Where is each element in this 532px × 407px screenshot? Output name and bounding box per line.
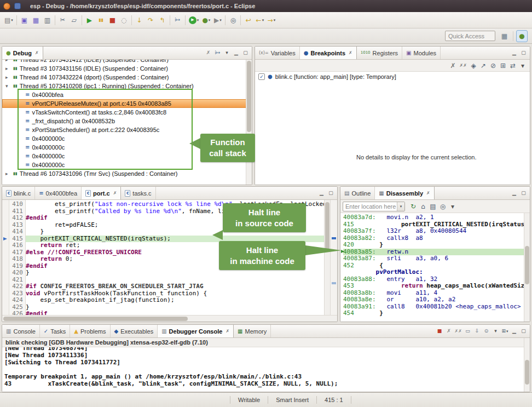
overview-ruler[interactable] (330, 200, 337, 315)
maximize-button[interactable]: ▢ (326, 188, 336, 198)
tab-problems[interactable]: ▲Problems (70, 325, 110, 337)
instruction-stepping-mode-button[interactable]: i↦ (213, 48, 222, 58)
link-with-debug-view-button[interactable]: ⇄ (508, 61, 518, 71)
tab-modules[interactable]: ▣Modules (402, 47, 441, 59)
debug-thread-row[interactable]: ▾▮▮Thread #5 1073410208 (ipc1 : Running)… (2, 82, 252, 90)
ruler-slot[interactable] (2, 256, 9, 263)
ruler-slot[interactable] (2, 208, 9, 215)
scrollbar-thumb[interactable] (525, 246, 529, 284)
clear-console-button[interactable]: ▭ (463, 326, 472, 336)
sync-with-active-context-button[interactable]: ◎ (438, 202, 448, 211)
dropdown-arrow-icon[interactable]: ▾ (274, 18, 276, 22)
external-tools-button[interactable]: ▶▾ (212, 14, 223, 26)
instruction-stepping-button[interactable]: i↦ (172, 14, 183, 26)
console-scrollbar[interactable] (524, 338, 530, 392)
dropdown-arrow-icon[interactable]: ▾ (11, 18, 13, 22)
breakpoint-item[interactable]: ✓ ● blink.c [function: app_main] [type: … (255, 72, 530, 82)
disassembly-lines[interactable]: 40083a7d: movi.n a2, 1415 portEXIT_CRITI… (340, 213, 524, 322)
tab-console[interactable]: ▥Console (2, 325, 40, 337)
overview-mark[interactable] (332, 282, 336, 284)
scrollbar-thumb[interactable] (325, 202, 329, 251)
ruler-slot[interactable] (2, 222, 9, 229)
tab-disassembly[interactable]: ▦Disassembly✗ (375, 187, 434, 199)
tab-0x4000bfea[interactable]: ≡0x4000bfea (35, 187, 82, 199)
tab-blink-c[interactable]: cblink.c (2, 187, 35, 199)
tree-expander-icon[interactable]: ▸ (5, 171, 11, 176)
remove-launch-button[interactable]: ✗ (444, 326, 454, 336)
debug-stack-frame-row[interactable]: ≡_frxt_dispatch() at 0x4008532b (2, 117, 252, 125)
remove-breakpoint-button[interactable]: ✗ (448, 61, 458, 71)
tab-executables[interactable]: ◆Executables (111, 325, 158, 337)
dropdown-arrow-icon[interactable]: ▾ (209, 18, 211, 22)
debug-thread-row[interactable]: ▸▮▮Thread #6 1073431096 (Tmr Svc) (Suspe… (2, 169, 252, 178)
editor-hscrollbar[interactable] (2, 315, 337, 322)
open-console-button[interactable]: ⊞▾ (500, 326, 510, 336)
tree-expander-icon[interactable]: ▸ (5, 74, 11, 80)
terminate-button[interactable]: ■ (107, 14, 118, 26)
dropdown-arrow-icon[interactable]: ▾ (506, 329, 508, 334)
remove-all-terminated-button[interactable]: ✗ (204, 48, 213, 58)
build-button[interactable]: ✂ (57, 14, 68, 26)
breakpoint-checkbox[interactable]: ✓ (258, 73, 265, 80)
location-input[interactable]: Enter location here ▾ (343, 202, 405, 211)
scrollbar-thumb[interactable] (525, 360, 529, 385)
tree-expander-icon[interactable]: ▸ (5, 60, 11, 62)
dropdown-arrow-icon[interactable]: ▾ (219, 18, 222, 22)
view-menu-button[interactable]: ▾ (222, 48, 232, 58)
ruler-slot[interactable] (2, 201, 9, 208)
quick-access-input[interactable]: Quick Access (445, 31, 495, 41)
go-to-file-button[interactable]: ↗ (478, 61, 488, 71)
ruler-slot[interactable] (2, 236, 9, 243)
new-cpp-file-button[interactable]: ▱ (68, 14, 80, 26)
view-menu-button[interactable]: ▾ (448, 202, 458, 211)
save-button[interactable]: ▣ (19, 14, 30, 26)
ruler-slot[interactable] (2, 242, 9, 249)
terminate-console-button[interactable]: ■ (435, 326, 444, 336)
code-line[interactable]: } (26, 270, 324, 277)
step-over-button[interactable]: ↷ (145, 14, 157, 26)
tab-registers[interactable]: 1010Registers (357, 47, 402, 59)
pin-console-button[interactable]: ⊙ (482, 326, 491, 336)
open-perspective-button[interactable]: ▦ (499, 30, 510, 42)
editor-scrollbar[interactable] (324, 200, 330, 315)
suspend-button[interactable]: ▮▮ (95, 14, 107, 26)
home-button[interactable]: ⌂ (418, 202, 428, 211)
tab-close-icon[interactable]: ✗ (35, 50, 39, 55)
search-button[interactable]: ◎ (227, 14, 239, 26)
step-return-button[interactable]: ↰ (157, 14, 168, 26)
show-source-button[interactable]: ▤ (428, 202, 438, 211)
scrollbar-thumb[interactable] (247, 61, 251, 132)
forward-button[interactable]: →▾ (265, 14, 277, 26)
combo-dropdown-icon[interactable]: ▾ (397, 202, 404, 211)
remove-all-launches-button[interactable]: ✗✗ (454, 326, 463, 336)
scrollbar-thumb[interactable] (3, 317, 188, 321)
tab-close-icon[interactable]: ✗ (349, 50, 352, 55)
maximize-button[interactable]: ▢ (241, 48, 250, 58)
ruler-slot[interactable] (2, 249, 9, 256)
tab-debugger-console[interactable]: ▥Debugger Console✗ (158, 325, 234, 337)
debug-scrollbar[interactable] (246, 60, 252, 185)
expand-all-button[interactable]: ⊞ (498, 61, 508, 71)
minimize-button[interactable]: ▁ (317, 188, 326, 198)
ruler-slot[interactable] (2, 270, 9, 277)
debug-stack-frame-row[interactable]: ≡0x4000bfea (2, 90, 252, 99)
print-button[interactable]: ▥ (42, 14, 53, 26)
ruler-slot[interactable] (2, 290, 9, 297)
window-close-button[interactable] (3, 3, 10, 10)
minimize-button[interactable]: ▁ (232, 48, 241, 58)
maximize-button[interactable]: ▢ (519, 326, 528, 336)
new-button[interactable]: ▤▾ (3, 14, 15, 26)
tab-outline[interactable]: ▤Outline (340, 187, 375, 199)
disconnect-button[interactable]: ◌ (118, 14, 130, 26)
ruler-slot[interactable] (2, 297, 9, 304)
tab-close-icon[interactable]: ✗ (113, 191, 117, 196)
debug-stack-frame-row[interactable]: ≡vTaskSwitchContext() at tasks.c:2,846 0… (2, 108, 252, 117)
display-selected-console-button[interactable]: ▾ (491, 326, 500, 336)
tree-expander-icon[interactable]: ▾ (5, 83, 11, 89)
tab-debug[interactable]: ●Debug✗ (2, 47, 43, 59)
maximize-button[interactable]: ▢ (519, 188, 528, 198)
tab-tasks-c[interactable]: ctasks.c (121, 187, 155, 199)
tab-close-icon[interactable]: ✗ (225, 329, 229, 334)
debug-perspective-button[interactable]: ● (516, 30, 528, 42)
debug-stack-frame-row[interactable]: ≡vPortCPUReleaseMutex() at port.c:415 0x… (2, 99, 252, 108)
